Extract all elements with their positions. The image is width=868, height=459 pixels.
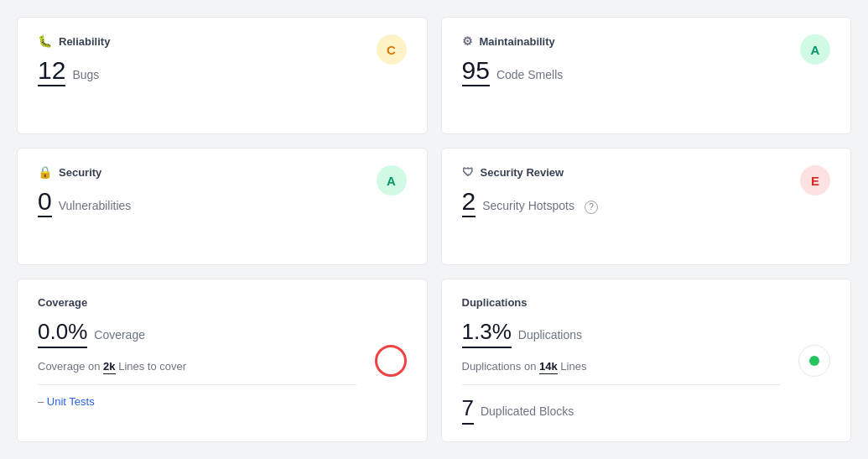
security-card: 🔒 Security 0 Vulnerabilities A	[17, 148, 428, 265]
maintainability-header: ⚙ Maintainability	[462, 34, 831, 48]
maintainability-title: Maintainability	[480, 35, 555, 48]
coverage-metric: 0.0% Coverage	[38, 319, 356, 348]
reliability-header: 🐛 Reliability	[38, 34, 407, 48]
security-metric: 0 Vulnerabilities	[38, 189, 407, 217]
duplications-sub-label: Lines	[560, 360, 586, 373]
security-review-title: Security Review	[481, 166, 564, 179]
dashboard-grid: 🐛 Reliability 12 Bugs C ⚙ Maintainabilit…	[17, 17, 851, 442]
duplicated-blocks-label: Duplicated Blocks	[481, 404, 574, 418]
duplications-badge	[798, 345, 830, 377]
reliability-title: Reliability	[59, 35, 110, 48]
security-icon: 🔒	[38, 165, 52, 179]
security-label: Vulnerabilities	[59, 199, 132, 212]
duplications-content: Duplications 1.3% Duplications Duplicati…	[462, 296, 831, 425]
maintainability-icon: ⚙	[462, 34, 473, 48]
maintainability-metric: 95 Code Smells	[462, 58, 831, 86]
reliability-badge: C	[377, 34, 407, 65]
security-review-header: 🛡 Security Review	[462, 165, 831, 179]
maintainability-card: ⚙ Maintainability 95 Code Smells A	[441, 17, 852, 134]
coverage-header: Coverage	[38, 296, 356, 309]
coverage-sub-label: Lines to cover	[118, 360, 186, 373]
security-badge: A	[377, 165, 407, 196]
duplications-dot	[809, 356, 819, 366]
reliability-number[interactable]: 12	[38, 58, 65, 86]
reliability-icon: 🐛	[38, 34, 52, 48]
security-header: 🔒 Security	[38, 165, 407, 179]
security-review-metric: 2 Security Hotspots ?	[462, 189, 831, 217]
security-review-number[interactable]: 2	[462, 189, 476, 217]
security-review-help-icon[interactable]: ?	[585, 201, 598, 214]
security-review-card: 🛡 Security Review 2 Security Hotspots ? …	[441, 148, 852, 265]
coverage-sub-metric: Coverage on 2k Lines to cover	[38, 360, 356, 373]
duplications-sub-metric: Duplications on 14k Lines	[462, 360, 781, 373]
reliability-card: 🐛 Reliability 12 Bugs C	[17, 17, 428, 134]
reliability-metric: 12 Bugs	[38, 58, 407, 86]
security-review-label: Security Hotspots	[482, 199, 574, 212]
maintainability-number[interactable]: 95	[462, 58, 490, 86]
duplications-divider	[462, 384, 781, 385]
duplications-sub-number[interactable]: 14k	[539, 360, 558, 374]
duplications-title: Duplications	[462, 296, 528, 309]
duplications-card: Duplications 1.3% Duplications Duplicati…	[441, 279, 852, 442]
security-review-badge: E	[800, 165, 830, 196]
reliability-label: Bugs	[72, 68, 99, 81]
security-title: Security	[59, 166, 101, 179]
coverage-divider	[38, 384, 356, 385]
duplications-header: Duplications	[462, 296, 781, 309]
duplications-metric: 1.3% Duplications	[462, 319, 781, 348]
maintainability-badge: A	[800, 34, 830, 65]
coverage-card: Coverage 0.0% Coverage Coverage on 2k Li…	[17, 279, 428, 442]
coverage-content: Coverage 0.0% Coverage Coverage on 2k Li…	[38, 296, 407, 408]
maintainability-label: Code Smells	[496, 68, 563, 81]
security-number[interactable]: 0	[38, 189, 52, 217]
coverage-circle-badge	[375, 345, 407, 377]
duplications-label: Duplications	[518, 328, 582, 342]
duplicated-blocks-row: 7 Duplicated Blocks	[462, 395, 781, 425]
coverage-sub-text: Coverage on	[38, 360, 100, 373]
coverage-label: Coverage	[94, 328, 145, 342]
duplicated-blocks-number[interactable]: 7	[462, 395, 474, 425]
duplications-sub-text: Duplications on	[462, 360, 537, 373]
duplications-percent[interactable]: 1.3%	[462, 319, 512, 348]
coverage-sub-number[interactable]: 2k	[103, 360, 115, 374]
unit-tests-prefix: –	[38, 395, 44, 408]
coverage-title: Coverage	[38, 296, 87, 309]
unit-tests-row: – Unit Tests	[38, 395, 356, 408]
coverage-percent[interactable]: 0.0%	[38, 319, 87, 348]
unit-tests-link[interactable]: Unit Tests	[47, 395, 95, 408]
security-review-icon: 🛡	[462, 165, 474, 179]
